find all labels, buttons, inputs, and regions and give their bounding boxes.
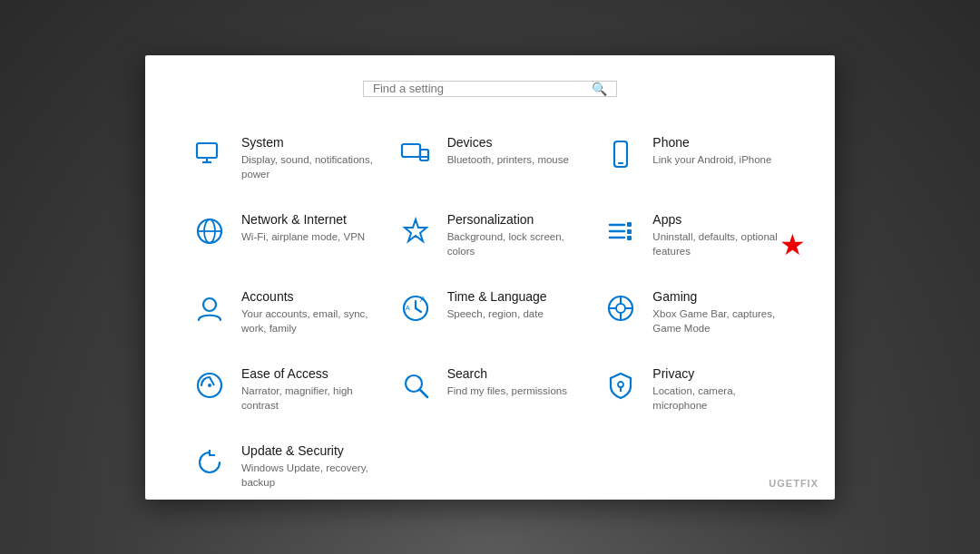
personalization-icon bbox=[397, 212, 435, 250]
search-bar[interactable]: 🔍 bbox=[363, 81, 617, 97]
svg-line-20 bbox=[416, 308, 421, 312]
svg-text:A: A bbox=[406, 305, 410, 311]
svg-text:A: A bbox=[420, 295, 426, 304]
setting-desc-accounts: Your accounts, email, sync, work, family bbox=[241, 306, 378, 335]
setting-desc-personalization: Background, lock screen, colors bbox=[447, 229, 584, 258]
svg-rect-15 bbox=[627, 229, 632, 234]
update-icon bbox=[191, 443, 229, 481]
setting-desc-privacy: Location, camera, microphone bbox=[652, 384, 789, 413]
setting-title-system: System bbox=[241, 135, 378, 150]
search-icon: 🔍 bbox=[592, 82, 607, 96]
gaming-icon bbox=[602, 289, 640, 327]
time-icon: AA bbox=[397, 289, 435, 327]
accounts-icon bbox=[191, 289, 229, 327]
setting-title-time: Time & Language bbox=[447, 289, 547, 304]
svg-point-31 bbox=[208, 384, 211, 387]
setting-desc-phone: Link your Android, iPhone bbox=[652, 152, 771, 167]
phone-icon bbox=[602, 135, 640, 173]
setting-desc-search: Find my files, permissions bbox=[447, 384, 567, 398]
devices-icon bbox=[397, 135, 435, 173]
setting-item-time[interactable]: AATime & LanguageSpeech, region, date bbox=[387, 277, 593, 348]
privacy-icon bbox=[602, 366, 640, 404]
setting-title-update: Update & Security bbox=[241, 443, 378, 458]
svg-point-24 bbox=[616, 304, 625, 313]
setting-item-personalization[interactable]: PersonalizationBackground, lock screen, … bbox=[387, 199, 593, 271]
setting-item-system[interactable]: SystemDisplay, sound, notifications, pow… bbox=[181, 122, 387, 194]
search-icon bbox=[397, 366, 435, 404]
setting-item-phone[interactable]: PhoneLink your Android, iPhone bbox=[593, 122, 799, 194]
setting-title-apps: Apps bbox=[652, 212, 789, 227]
ease-icon bbox=[191, 366, 229, 404]
svg-rect-4 bbox=[420, 150, 428, 160]
setting-desc-time: Speech, region, date bbox=[447, 306, 547, 321]
apps-icon bbox=[602, 212, 640, 250]
setting-item-gaming[interactable]: GamingXbox Game Bar, captures, Game Mode bbox=[593, 277, 799, 348]
watermark: UGETFIX bbox=[769, 478, 818, 489]
setting-desc-apps: Uninstall, defaults, optional features bbox=[652, 229, 789, 258]
setting-desc-system: Display, sound, notifications, power bbox=[241, 152, 378, 181]
svg-rect-14 bbox=[627, 222, 632, 227]
svg-point-17 bbox=[203, 298, 216, 311]
system-icon bbox=[191, 135, 229, 173]
setting-desc-update: Windows Update, recovery, backup bbox=[241, 461, 378, 490]
svg-rect-3 bbox=[402, 144, 420, 157]
setting-title-network: Network & Internet bbox=[241, 212, 365, 227]
network-icon bbox=[191, 212, 229, 250]
svg-line-33 bbox=[420, 390, 427, 397]
setting-title-search: Search bbox=[447, 366, 567, 381]
setting-title-privacy: Privacy bbox=[652, 366, 789, 381]
setting-desc-gaming: Xbox Game Bar, captures, Game Mode bbox=[652, 306, 789, 335]
setting-desc-ease: Narrator, magnifier, high contrast bbox=[241, 384, 378, 413]
setting-item-ease[interactable]: Ease of AccessNarrator, magnifier, high … bbox=[181, 354, 387, 425]
setting-item-network[interactable]: Network & InternetWi-Fi, airplane mode, … bbox=[181, 199, 387, 271]
setting-item-search[interactable]: SearchFind my files, permissions bbox=[387, 354, 593, 425]
setting-item-apps[interactable]: AppsUninstall, defaults, optional featur… bbox=[593, 199, 799, 271]
setting-title-ease: Ease of Access bbox=[241, 366, 378, 381]
svg-rect-16 bbox=[627, 236, 632, 240]
setting-desc-devices: Bluetooth, printers, mouse bbox=[447, 152, 569, 167]
search-input[interactable] bbox=[373, 82, 592, 95]
setting-item-update[interactable]: Update & SecurityWindows Update, recover… bbox=[181, 431, 387, 502]
setting-title-accounts: Accounts bbox=[241, 289, 378, 304]
settings-grid: SystemDisplay, sound, notifications, pow… bbox=[181, 122, 799, 503]
setting-item-devices[interactable]: DevicesBluetooth, printers, mouse bbox=[387, 122, 593, 194]
settings-window: 🔍 SystemDisplay, sound, notifications, p… bbox=[145, 55, 835, 500]
setting-title-phone: Phone bbox=[652, 135, 771, 150]
setting-desc-network: Wi-Fi, airplane mode, VPN bbox=[241, 229, 365, 244]
svg-rect-0 bbox=[197, 143, 217, 158]
setting-title-gaming: Gaming bbox=[652, 289, 789, 304]
setting-item-privacy[interactable]: PrivacyLocation, camera, microphone bbox=[593, 354, 799, 425]
setting-title-devices: Devices bbox=[447, 135, 569, 150]
setting-title-personalization: Personalization bbox=[447, 212, 584, 227]
setting-item-accounts[interactable]: AccountsYour accounts, email, sync, work… bbox=[181, 277, 387, 348]
svg-point-34 bbox=[618, 382, 623, 387]
